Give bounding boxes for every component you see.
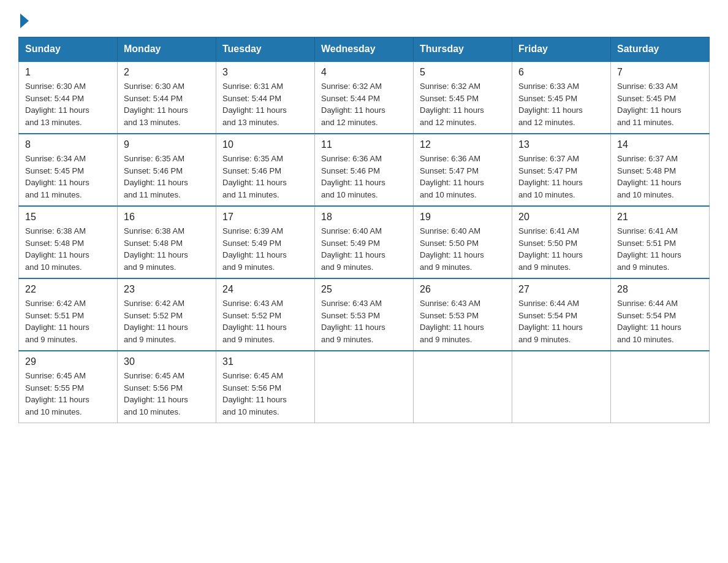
day-header-sunday: Sunday	[19, 37, 118, 62]
day-info: Sunrise: 6:33 AMSunset: 5:45 PMDaylight:…	[518, 82, 583, 127]
day-info: Sunrise: 6:39 AMSunset: 5:49 PMDaylight:…	[222, 226, 287, 272]
day-info: Sunrise: 6:44 AMSunset: 5:54 PMDaylight:…	[518, 299, 583, 344]
day-number: 9	[124, 139, 210, 150]
calendar-cell: 17 Sunrise: 6:39 AMSunset: 5:49 PMDaylig…	[216, 206, 315, 278]
day-number: 15	[25, 212, 111, 223]
day-number: 11	[321, 139, 407, 150]
calendar-cell: 7 Sunrise: 6:33 AMSunset: 5:45 PMDayligh…	[611, 61, 710, 134]
calendar-cell: 30 Sunrise: 6:45 AMSunset: 5:56 PMDaylig…	[118, 351, 216, 423]
day-number: 23	[124, 284, 210, 295]
calendar-cell: 27 Sunrise: 6:44 AMSunset: 5:54 PMDaylig…	[512, 278, 611, 351]
day-number: 30	[124, 356, 210, 367]
day-header-monday: Monday	[118, 37, 216, 62]
calendar-cell: 31 Sunrise: 6:45 AMSunset: 5:56 PMDaylig…	[216, 351, 315, 423]
calendar-cell: 26 Sunrise: 6:43 AMSunset: 5:53 PMDaylig…	[414, 278, 512, 351]
day-number: 4	[321, 67, 407, 78]
page-header	[18, 12, 710, 26]
day-number: 24	[222, 284, 308, 295]
day-info: Sunrise: 6:35 AMSunset: 5:46 PMDaylight:…	[124, 154, 188, 199]
day-info: Sunrise: 6:41 AMSunset: 5:50 PMDaylight:…	[518, 226, 583, 272]
calendar-cell: 15 Sunrise: 6:38 AMSunset: 5:48 PMDaylig…	[19, 206, 118, 278]
day-info: Sunrise: 6:40 AMSunset: 5:49 PMDaylight:…	[321, 226, 385, 272]
day-info: Sunrise: 6:43 AMSunset: 5:53 PMDaylight:…	[321, 299, 385, 344]
day-header-wednesday: Wednesday	[315, 37, 414, 62]
calendar-cell: 16 Sunrise: 6:38 AMSunset: 5:48 PMDaylig…	[118, 206, 216, 278]
week-row-1: 1 Sunrise: 6:30 AMSunset: 5:44 PMDayligh…	[19, 61, 710, 134]
day-info: Sunrise: 6:30 AMSunset: 5:44 PMDaylight:…	[25, 82, 89, 127]
calendar-cell: 6 Sunrise: 6:33 AMSunset: 5:45 PMDayligh…	[512, 61, 611, 134]
calendar-cell: 9 Sunrise: 6:35 AMSunset: 5:46 PMDayligh…	[118, 134, 216, 206]
calendar-cell: 21 Sunrise: 6:41 AMSunset: 5:51 PMDaylig…	[611, 206, 710, 278]
day-info: Sunrise: 6:45 AMSunset: 5:56 PMDaylight:…	[222, 371, 287, 416]
day-info: Sunrise: 6:31 AMSunset: 5:44 PMDaylight:…	[222, 82, 287, 127]
calendar-cell	[414, 351, 512, 423]
day-number: 21	[617, 212, 703, 223]
day-number: 17	[222, 212, 308, 223]
day-number: 26	[420, 284, 506, 295]
day-info: Sunrise: 6:43 AMSunset: 5:53 PMDaylight:…	[420, 299, 484, 344]
day-number: 18	[321, 212, 407, 223]
calendar-cell: 5 Sunrise: 6:32 AMSunset: 5:45 PMDayligh…	[414, 61, 512, 134]
calendar-cell	[315, 351, 414, 423]
day-info: Sunrise: 6:30 AMSunset: 5:44 PMDaylight:…	[124, 82, 188, 127]
day-number: 14	[617, 139, 703, 150]
day-number: 25	[321, 284, 407, 295]
day-info: Sunrise: 6:32 AMSunset: 5:45 PMDaylight:…	[420, 82, 484, 127]
calendar-cell: 1 Sunrise: 6:30 AMSunset: 5:44 PMDayligh…	[19, 61, 118, 134]
calendar-cell: 14 Sunrise: 6:37 AMSunset: 5:48 PMDaylig…	[611, 134, 710, 206]
day-header-saturday: Saturday	[611, 37, 710, 62]
week-row-3: 15 Sunrise: 6:38 AMSunset: 5:48 PMDaylig…	[19, 206, 710, 278]
calendar-cell: 11 Sunrise: 6:36 AMSunset: 5:46 PMDaylig…	[315, 134, 414, 206]
calendar-cell: 20 Sunrise: 6:41 AMSunset: 5:50 PMDaylig…	[512, 206, 611, 278]
calendar-cell: 12 Sunrise: 6:36 AMSunset: 5:47 PMDaylig…	[414, 134, 512, 206]
day-info: Sunrise: 6:38 AMSunset: 5:48 PMDaylight:…	[124, 226, 188, 272]
day-info: Sunrise: 6:45 AMSunset: 5:56 PMDaylight:…	[124, 371, 188, 416]
calendar-cell: 25 Sunrise: 6:43 AMSunset: 5:53 PMDaylig…	[315, 278, 414, 351]
calendar-cell: 3 Sunrise: 6:31 AMSunset: 5:44 PMDayligh…	[216, 61, 315, 134]
calendar-cell: 4 Sunrise: 6:32 AMSunset: 5:44 PMDayligh…	[315, 61, 414, 134]
week-row-4: 22 Sunrise: 6:42 AMSunset: 5:51 PMDaylig…	[19, 278, 710, 351]
day-info: Sunrise: 6:38 AMSunset: 5:48 PMDaylight:…	[25, 226, 89, 272]
day-number: 3	[222, 67, 308, 78]
day-info: Sunrise: 6:33 AMSunset: 5:45 PMDaylight:…	[617, 82, 681, 127]
calendar-cell: 2 Sunrise: 6:30 AMSunset: 5:44 PMDayligh…	[118, 61, 216, 134]
day-header-tuesday: Tuesday	[216, 37, 315, 62]
day-info: Sunrise: 6:36 AMSunset: 5:46 PMDaylight:…	[321, 154, 385, 199]
day-info: Sunrise: 6:37 AMSunset: 5:47 PMDaylight:…	[518, 154, 583, 199]
week-row-2: 8 Sunrise: 6:34 AMSunset: 5:45 PMDayligh…	[19, 134, 710, 206]
day-info: Sunrise: 6:42 AMSunset: 5:51 PMDaylight:…	[25, 299, 89, 344]
calendar-cell: 18 Sunrise: 6:40 AMSunset: 5:49 PMDaylig…	[315, 206, 414, 278]
day-info: Sunrise: 6:36 AMSunset: 5:47 PMDaylight:…	[420, 154, 484, 199]
calendar-cell: 10 Sunrise: 6:35 AMSunset: 5:46 PMDaylig…	[216, 134, 315, 206]
week-row-5: 29 Sunrise: 6:45 AMSunset: 5:55 PMDaylig…	[19, 351, 710, 423]
calendar-cell: 24 Sunrise: 6:43 AMSunset: 5:52 PMDaylig…	[216, 278, 315, 351]
day-number: 5	[420, 67, 506, 78]
calendar-cell: 19 Sunrise: 6:40 AMSunset: 5:50 PMDaylig…	[414, 206, 512, 278]
day-number: 12	[420, 139, 506, 150]
logo-arrow-icon	[20, 13, 29, 28]
calendar-cell: 23 Sunrise: 6:42 AMSunset: 5:52 PMDaylig…	[118, 278, 216, 351]
day-info: Sunrise: 6:34 AMSunset: 5:45 PMDaylight:…	[25, 154, 89, 199]
day-number: 2	[124, 67, 210, 78]
day-number: 20	[518, 212, 604, 223]
day-info: Sunrise: 6:40 AMSunset: 5:50 PMDaylight:…	[420, 226, 484, 272]
day-info: Sunrise: 6:41 AMSunset: 5:51 PMDaylight:…	[617, 226, 681, 272]
calendar-cell: 8 Sunrise: 6:34 AMSunset: 5:45 PMDayligh…	[19, 134, 118, 206]
day-number: 27	[518, 284, 604, 295]
day-number: 8	[25, 139, 111, 150]
day-number: 19	[420, 212, 506, 223]
calendar-table: SundayMondayTuesdayWednesdayThursdayFrid…	[18, 37, 710, 423]
day-number: 1	[25, 67, 111, 78]
calendar-cell: 29 Sunrise: 6:45 AMSunset: 5:55 PMDaylig…	[19, 351, 118, 423]
day-info: Sunrise: 6:35 AMSunset: 5:46 PMDaylight:…	[222, 154, 287, 199]
calendar-cell	[611, 351, 710, 423]
day-number: 28	[617, 284, 703, 295]
calendar-cell: 22 Sunrise: 6:42 AMSunset: 5:51 PMDaylig…	[19, 278, 118, 351]
calendar-header-row: SundayMondayTuesdayWednesdayThursdayFrid…	[19, 37, 710, 62]
calendar-cell: 28 Sunrise: 6:44 AMSunset: 5:54 PMDaylig…	[611, 278, 710, 351]
day-header-thursday: Thursday	[414, 37, 512, 62]
day-number: 29	[25, 356, 111, 367]
calendar-cell	[512, 351, 611, 423]
day-header-friday: Friday	[512, 37, 611, 62]
day-number: 31	[222, 356, 308, 367]
